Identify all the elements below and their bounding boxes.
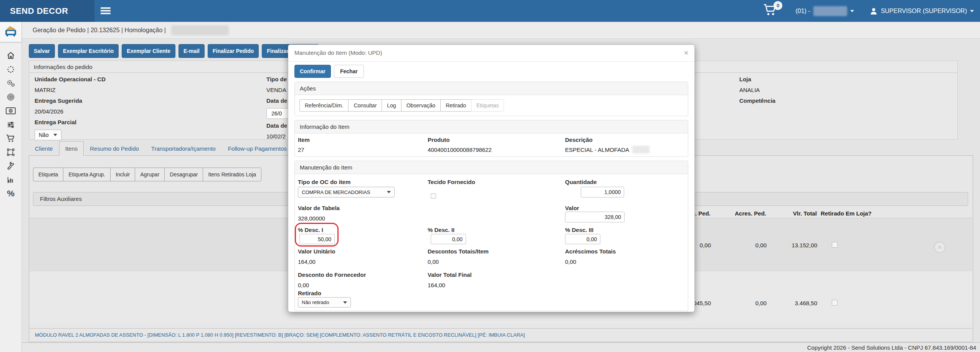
redacted-store-name — [813, 6, 847, 16]
redacted-breadcrumb-segment — [171, 25, 229, 35]
retirado-em-loja-checkbox[interactable] — [832, 300, 838, 306]
actions-section-title: Ações — [295, 82, 688, 95]
cart-button[interactable]: 0 — [763, 3, 780, 19]
valor-unitario-label: Valor Unitário — [298, 248, 335, 255]
item-maintenance-modal: Manutenção do Item (Modo: UPD) × Confirm… — [288, 44, 695, 312]
desc2-input[interactable] — [431, 234, 466, 244]
tab-transportadora[interactable]: Transportadora/Içamento — [145, 141, 222, 156]
quantidade-input[interactable] — [581, 187, 624, 197]
etiquetas-button[interactable]: Etiquetas — [471, 99, 504, 112]
acrescimos-totais-label: Acréscimos Totais — [565, 248, 616, 255]
tab-itens[interactable]: Itens — [59, 141, 84, 156]
sidebar-sliders-icon[interactable] — [0, 118, 21, 132]
observacao-button[interactable]: Observação — [401, 99, 440, 112]
store-selector[interactable]: (01) - — [795, 6, 854, 16]
referencia-dim-button[interactable]: Referência/Dim. — [299, 99, 348, 112]
cart-count-badge: 0 — [773, 1, 782, 10]
tipo-oc-label: Tipo de OC do item — [298, 179, 350, 185]
office-copy-button[interactable]: Exemplar Escritório — [58, 44, 119, 58]
sidebar-wrench-icon[interactable] — [0, 159, 21, 173]
sofa-logo-icon — [4, 25, 18, 38]
desagrupar-button[interactable]: Desagrupar — [164, 168, 203, 181]
client-copy-button[interactable]: Exemplar Cliente — [122, 44, 175, 58]
col-header-vlr-total: Vlr. Total — [770, 210, 817, 217]
desc1-input[interactable] — [299, 234, 335, 244]
hamburger-icon — [101, 7, 111, 9]
cell-vlr-total: 3.468,50 — [770, 300, 817, 306]
valor-input[interactable] — [565, 212, 625, 222]
sidebar-home-icon[interactable] — [0, 49, 21, 63]
incluir-button[interactable]: Incluir — [110, 168, 135, 181]
brand-logo[interactable]: SEND DECOR — [0, 0, 94, 22]
retirado-select[interactable]: Não retirado — [298, 297, 351, 308]
sidebar-toggle-button[interactable] — [99, 6, 112, 16]
tab-cliente[interactable]: Cliente — [29, 141, 59, 156]
filters-title: Filtros Auxiliares — [40, 196, 82, 202]
topbar-right-cluster: 0 (01) - SUPERVISOR (SUPERVISOR) — [763, 0, 974, 22]
tecido-fornecido-label: Tecido Fornecido — [428, 179, 475, 185]
tab-followup[interactable]: Follow-up Pagamentos — [222, 141, 293, 156]
etiqueta-agrup-button[interactable]: Etiqueta Agrup. — [63, 168, 110, 181]
retirado-em-loja-checkbox[interactable] — [832, 242, 838, 248]
sidebar-percent-icon[interactable]: % — [0, 187, 21, 201]
finalize-order-button[interactable]: Finalizar Pedido — [208, 44, 259, 58]
item-info-title: Informação do Item — [295, 120, 688, 133]
sidebar-money-icon[interactable]: $ — [0, 104, 21, 118]
quantidade-label: Quantidade — [565, 179, 597, 185]
desc-fornecedor-value: 0,00 — [298, 282, 309, 288]
sidebar-cart-icon[interactable] — [0, 132, 21, 145]
app-logo[interactable] — [0, 22, 21, 42]
item-info-section: Informação do Item Item 27 Produto 40040… — [294, 120, 688, 157]
actions-section: Ações Referência/Dim. Consultar Log Obse… — [294, 82, 688, 116]
log-button[interactable]: Log — [382, 99, 401, 112]
tab-resumo[interactable]: Resumo do Pedido — [84, 141, 145, 156]
entrega-parcial-select[interactable]: Não — [35, 130, 61, 140]
store-label: (01) - — [795, 8, 810, 15]
email-button[interactable]: E-mail — [178, 44, 205, 58]
modal-close-button[interactable]: Fechar — [334, 65, 364, 78]
col-header-retirado-loja: Retirado Em Loja? — [821, 210, 901, 217]
items-toolbar: Etiqueta Etiqueta Agrup. Incluir Agrupar… — [33, 168, 261, 181]
consultar-button[interactable]: Consultar — [348, 99, 382, 112]
redacted-descricao-segment — [632, 146, 649, 153]
confirm-button[interactable]: Confirmar — [294, 65, 331, 78]
desc2-label: % Desc. II — [428, 227, 454, 233]
breadcrumb: Geração de Pedido | 20.132625 | Homologa… — [22, 22, 980, 39]
valor-tabela-value: 328,00000 — [298, 215, 325, 222]
sidebar-artboard-icon[interactable] — [0, 145, 21, 159]
agrupar-button[interactable]: Agrupar — [135, 168, 164, 181]
user-menu[interactable]: SUPERVISOR (SUPERVISOR) — [869, 7, 974, 15]
item-maintenance-section: Manutenção do Item Tipo de OC do item CO… — [294, 161, 688, 311]
etiqueta-button[interactable]: Etiqueta — [33, 168, 63, 181]
produto-value: 40040010000088798622 — [428, 146, 492, 153]
field-label-entrega-sugerida: Entrega Sugerida — [35, 97, 106, 104]
sidebar-target-icon[interactable] — [0, 90, 21, 104]
item-label: Item — [298, 137, 310, 143]
desc3-input[interactable] — [565, 234, 600, 244]
app-root: SEND DECOR 0 (01) - SUPERVISOR ( — [0, 0, 980, 352]
descontos-totais-label: Descontos Totais/Item — [428, 248, 489, 255]
sidebar-bar-chart-icon[interactable] — [0, 173, 21, 187]
itens-retirados-button[interactable]: Itens Retirados Loja — [203, 168, 261, 181]
retirado-button[interactable]: Retirado — [440, 99, 471, 112]
item-description-link[interactable]: MÓDULO RAVEL 2 ALMOFADAS DE ASSENTO - [D… — [35, 332, 525, 338]
valor-tabela-label: Valor de Tabela — [298, 205, 340, 211]
save-button[interactable]: Salvar — [29, 44, 55, 58]
field-value-entrega-sugerida: 20/04/2026 — [35, 108, 106, 115]
sidebar-gears-icon[interactable] — [0, 76, 21, 90]
close-icon[interactable]: × — [684, 49, 688, 57]
sidebar-loader-icon[interactable] — [0, 63, 21, 76]
descricao-label: Descrição — [565, 137, 593, 143]
cell-acres-ped: 0,00 — [714, 242, 767, 248]
tecido-fornecido-checkbox[interactable] — [431, 193, 436, 199]
remove-item-icon[interactable]: ✕ — [934, 242, 945, 253]
field-value-loja: ANALIA — [739, 87, 775, 93]
top-navbar: SEND DECOR 0 (01) - SUPERVISOR ( — [0, 0, 980, 22]
user-label: SUPERVISOR (SUPERVISOR) — [881, 8, 967, 15]
tipo-oc-select[interactable]: COMPRA DE MERCADORIAS — [298, 187, 395, 197]
copyright-text: Copyright 2026 - Send Solutions Ltda - C… — [807, 344, 976, 351]
field-label-loja: Loja — [739, 76, 775, 82]
descontos-totais-value: 0,00 — [428, 258, 439, 265]
descricao-value: ESPECIAL - ALMOFADA — [565, 146, 629, 153]
modal-header: Manutenção do Item (Modo: UPD) × — [288, 45, 694, 62]
